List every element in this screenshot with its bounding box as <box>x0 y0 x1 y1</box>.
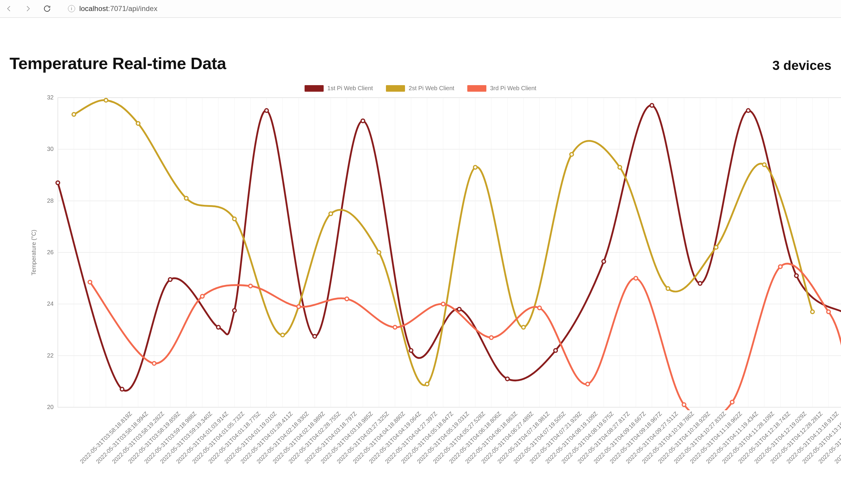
data-point <box>104 98 108 102</box>
device-count: 3 devices <box>772 58 831 73</box>
data-point <box>490 336 493 339</box>
data-point <box>72 112 76 116</box>
data-point <box>345 297 349 301</box>
data-point <box>570 153 573 156</box>
data-point <box>474 165 477 169</box>
data-point <box>233 217 236 221</box>
data-point <box>731 400 734 404</box>
data-point <box>521 325 525 329</box>
forward-icon[interactable] <box>24 4 32 13</box>
chart-container: 1st Pi Web Client2st Pi Web Client3rd Pi… <box>8 85 833 504</box>
legend-swatch <box>305 85 324 92</box>
data-point <box>56 181 59 184</box>
legend-item[interactable]: 1st Pi Web Client <box>305 85 373 92</box>
series-line <box>58 105 841 391</box>
browser-address-bar: i localhost:7071/api/index <box>0 0 841 18</box>
data-point <box>698 282 702 285</box>
url-text: localhost:7071/api/index <box>79 4 157 13</box>
data-point <box>217 325 220 329</box>
series-line <box>90 264 841 410</box>
data-point <box>538 306 541 310</box>
data-point <box>233 309 236 312</box>
data-point <box>554 348 557 352</box>
data-point <box>811 310 814 313</box>
legend-swatch <box>386 85 405 92</box>
data-point <box>762 163 766 166</box>
data-point <box>827 310 830 313</box>
back-icon[interactable] <box>5 4 13 13</box>
data-point <box>778 265 782 269</box>
svg-text:24: 24 <box>47 300 54 307</box>
data-point <box>714 246 718 249</box>
data-point <box>409 348 413 352</box>
y-axis-title: Temperature (°C) <box>30 230 37 275</box>
legend-label: 3rd Pi Web Client <box>490 85 536 92</box>
svg-text:28: 28 <box>47 197 54 204</box>
site-info-icon[interactable]: i <box>68 5 75 12</box>
data-point <box>120 387 124 391</box>
data-point <box>377 251 381 254</box>
svg-text:30: 30 <box>47 146 54 152</box>
data-point <box>602 259 605 263</box>
x-axis-labels: 2022-05-31T03:58:18.819Z2022-05-31T03:58… <box>58 410 833 504</box>
data-point <box>650 104 654 107</box>
nav-group <box>5 4 51 13</box>
legend-label: 1st Pi Web Client <box>327 85 373 92</box>
data-point <box>185 197 188 200</box>
address-field[interactable]: i localhost:7071/api/index <box>59 4 836 13</box>
data-point <box>794 274 798 277</box>
data-point <box>586 382 589 386</box>
data-point <box>313 335 316 338</box>
data-point <box>425 382 429 386</box>
data-point <box>458 307 461 311</box>
legend-label: 2st Pi Web Client <box>409 85 454 92</box>
data-point <box>136 122 140 125</box>
page-header: Temperature Real-time Data 3 devices <box>8 54 833 73</box>
data-point <box>361 119 365 123</box>
data-point <box>634 276 638 280</box>
data-point <box>441 302 445 306</box>
data-point <box>506 377 509 381</box>
svg-text:26: 26 <box>47 249 54 255</box>
data-point <box>249 284 253 288</box>
page-title: Temperature Real-time Data <box>10 54 226 73</box>
data-point <box>746 109 750 112</box>
svg-text:22: 22 <box>47 352 54 359</box>
reload-icon[interactable] <box>43 4 51 13</box>
data-point <box>297 305 301 308</box>
data-point <box>152 362 156 365</box>
data-point <box>393 325 397 329</box>
legend-item[interactable]: 3rd Pi Web Client <box>467 85 536 92</box>
data-point <box>88 281 92 284</box>
legend-item[interactable]: 2st Pi Web Client <box>386 85 454 92</box>
legend-swatch <box>467 85 486 92</box>
data-point <box>201 294 204 298</box>
data-point <box>666 287 670 290</box>
data-point <box>329 212 332 216</box>
page-content: Temperature Real-time Data 3 devices 1st… <box>0 18 841 504</box>
svg-text:32: 32 <box>47 95 54 101</box>
data-point <box>682 403 686 406</box>
data-point <box>281 333 284 337</box>
line-chart: 20222426283032 <box>41 95 841 410</box>
data-point <box>264 109 268 112</box>
chart-legend: 1st Pi Web Client2st Pi Web Client3rd Pi… <box>8 85 833 92</box>
data-point <box>618 165 622 169</box>
data-point <box>168 278 172 281</box>
svg-text:20: 20 <box>47 404 54 410</box>
